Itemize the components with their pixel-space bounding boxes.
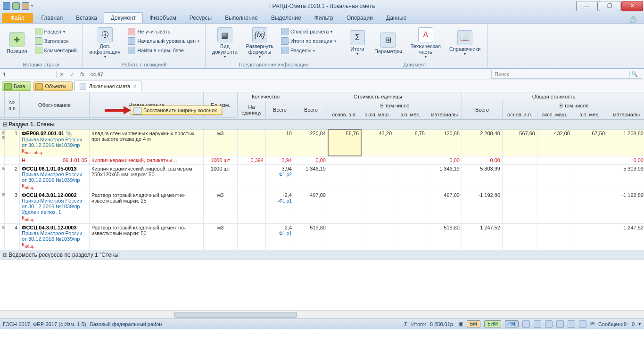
doc-icon: A [418,27,433,42]
sections-icon [281,47,289,54]
help-icon[interactable]: ? [630,16,636,23]
table-row[interactable]: ⊞⊞ 1 ФЕР08-02-001-01 📎 Приказ Минстроя Р… [0,130,644,156]
sigma-icon: Σ [350,30,365,45]
expand-formulas-button[interactable]: {fx} Развернуть формулы [243,25,276,61]
collapse-icon[interactable]: ⊟ [3,121,8,128]
chip-bm[interactable]: БМ [467,320,480,327]
section-icon [35,28,42,35]
message-icon[interactable]: ✉ [590,321,594,327]
group-insert-label: Вставка строки [4,61,79,68]
plus-icon: ✚ [9,32,25,47]
restore-columns-tooltip[interactable]: Восстановить ширину колонок [131,106,222,115]
group-document-label: Документ [346,61,483,68]
section-header[interactable]: ⊟ Раздел 1. Стены [0,120,644,130]
grid-body[interactable]: ⊟ Раздел 1. Стены ⊞⊞ 1 ФЕР08-02-001-01 📎… [0,120,644,310]
table-row[interactable]: ⊞ 2 ФССЦ 06.1.01.05-0013 Приказ Минстроя… [0,165,644,191]
search-icon [128,47,135,54]
find-norm-button[interactable]: Найти в норм. базе [126,46,201,55]
table-row[interactable]: ⊞ 4 ФССЦ 04.3.01.12-0003 Приказ Минстроя… [0,224,644,250]
title-bar: ▾ ГРАНД-Смета 2020.1 - Локальная смета —… [0,0,644,12]
sb-icon[interactable] [534,320,541,328]
resource-section-header[interactable]: ⊞ Ведомость ресурсов по разделу 1 "Стены… [0,250,644,260]
parameters-button[interactable]: ⊞Параметры [372,25,405,61]
sb-icon[interactable] [545,320,553,328]
tab-main[interactable]: Главная [35,13,70,23]
tech-part-button[interactable]: AТехническая часть [408,25,444,61]
tab-filter[interactable]: Фильтр [308,13,340,23]
totals-icon [281,37,289,45]
qat-undo-icon[interactable] [22,2,29,10]
tab-physvolume[interactable]: Физобъем [143,13,183,23]
tab-document[interactable]: Документ [104,12,143,23]
status-msg-label: Сообщений: [598,321,628,327]
group-presentation-label: Представление информации [209,61,338,68]
sigma-icon: Σ [404,321,407,327]
tab-resources[interactable]: Ресурсы [183,13,218,23]
tab-insert[interactable]: Вставка [69,13,104,23]
tab-data[interactable]: Данные [380,13,413,23]
document-tabs: База Объекты Локальная смета × [0,80,644,92]
grid-header: № п.п Обоснование Наименование Ед. изм. … [0,92,644,120]
window-title: ГРАНД-Смета 2020.1 - Локальная смета [269,3,375,9]
table-row[interactable]: Н06.1.01.05 Кирпич керамический, силикат… [0,156,644,165]
grid-icon: ▦ [217,27,232,42]
comment-button[interactable]: Комментарий [33,46,79,55]
search-icon[interactable]: 🔍 [629,71,639,77]
status-msg-count: 0 [632,321,635,327]
ignore-button[interactable]: Не учитывать [126,27,201,36]
maximize-button[interactable]: ❐ [599,1,620,11]
qat-save-icon[interactable] [12,2,20,10]
qat-icon[interactable] [3,2,10,10]
position-totals-button[interactable]: Итоги по позиции [279,37,338,45]
calc-method-button[interactable]: Способ расчета [279,27,338,36]
fx-label[interactable]: fx [77,71,87,78]
expand-icon[interactable]: ⊞ [3,252,8,258]
status-base: ГЭСН-2017, ФЕР-2017 (с Изм. 1-5) [3,321,86,327]
sb-icon[interactable] [579,320,586,328]
sb-icon[interactable] [568,320,575,328]
cancel-formula-icon[interactable]: ✕ [57,71,67,78]
ribbon-tabs: Файл Главная Вставка Документ Физобъем Р… [0,12,644,24]
forbid-icon [128,28,135,35]
chip-rm[interactable]: РМ [505,320,519,327]
status-total-label: Итого: [411,321,426,327]
sb-icon[interactable] [522,320,530,328]
fx-icon: {fx} [252,27,267,42]
tab-execution[interactable]: Выполнение [218,13,264,23]
status-total-value: 8 850,01р. [430,321,454,327]
initial-price-button[interactable]: Начальный уровень цен [126,37,201,45]
price-icon [128,37,135,45]
sb-icon[interactable] [556,320,564,328]
accept-formula-icon[interactable]: ✓ [67,71,77,78]
position-button[interactable]: ✚ Позиция [4,25,30,61]
chip-bim[interactable]: БИМ [484,320,501,327]
search-input[interactable]: Поиск 🔍 [491,70,642,79]
section-button[interactable]: Раздел [33,27,79,36]
horizontal-scroll[interactable] [0,310,644,318]
base-button[interactable]: База [2,82,31,91]
minimize-button[interactable]: — [576,1,598,11]
group-position-label: Работа с позицией [87,61,201,68]
header-button[interactable]: Заголовок [33,37,79,45]
view-button[interactable]: ▦ Вид документа [209,25,240,61]
tab-file[interactable]: Файл [2,13,33,23]
tab-selection[interactable]: Выделение [264,13,308,23]
objects-button[interactable]: Объекты [33,82,72,91]
table-row[interactable]: ⊞ 3 ФССЦ 04.3.01.12-0002 Приказ Минстроя… [0,191,644,223]
formula-input[interactable]: 44,87 [87,71,489,78]
close-button[interactable]: ✕ [621,1,643,11]
addinfo-button[interactable]: 🛈 Доп. информация [87,25,124,61]
book-icon: 📖 [457,30,472,45]
document-tab[interactable]: Локальная смета × [74,81,141,91]
references-button[interactable]: 📖Справочники [446,25,484,61]
close-tab-icon[interactable]: × [133,83,136,89]
sections-button[interactable]: Разделы [279,46,338,55]
params-icon: ⊞ [380,33,396,48]
totals-button[interactable]: ΣИтоги [346,25,369,61]
scroll-thumb[interactable] [174,312,297,318]
header-icon [35,37,42,45]
tab-operations[interactable]: Операции [340,13,380,23]
status-region: Базовый федеральный район [90,321,162,327]
qat-dropdown-icon[interactable]: ▾ [31,4,33,8]
name-box[interactable]: 1 [0,71,57,78]
